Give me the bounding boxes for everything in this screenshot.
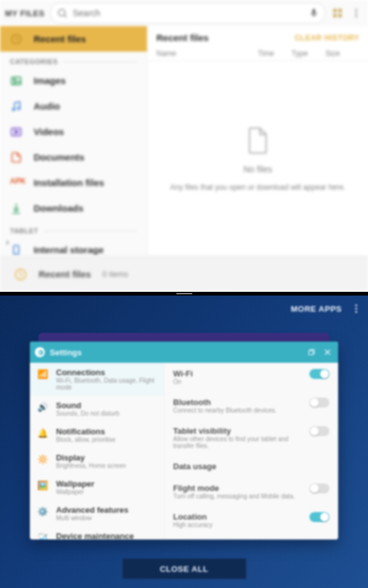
image-icon: [10, 75, 22, 87]
close-all-button[interactable]: CLOSE ALL: [122, 558, 247, 579]
settings-left-item[interactable]: 📶ConnectionsWi-Fi, Bluetooth, Data usage…: [30, 363, 164, 396]
svg-point-8: [356, 12, 357, 14]
sidebar-item-audio[interactable]: Audio: [0, 93, 147, 119]
toggle-switch[interactable]: [309, 369, 329, 379]
svg-rect-2: [313, 16, 314, 17]
search-input[interactable]: [73, 8, 304, 18]
toggle-switch[interactable]: [309, 483, 329, 493]
svg-point-9: [356, 16, 357, 17]
more-icon[interactable]: [351, 303, 362, 314]
settings-left-item[interactable]: 🖼️WallpaperWallpaper: [30, 474, 164, 500]
sidebar-item-images[interactable]: Images: [0, 68, 147, 93]
empty-file-icon: [245, 126, 270, 156]
search-input-wrap[interactable]: [50, 2, 326, 24]
clear-history-button[interactable]: CLEAR HISTORY: [295, 34, 359, 42]
svg-rect-5: [333, 14, 336, 17]
recents-card-settings[interactable]: Settings 📶ConnectionsWi-Fi, Bluetooth, D…: [30, 342, 338, 539]
app-title: MY FILES: [5, 9, 45, 18]
sidebar-group-categories: CATEGORIES: [0, 52, 147, 68]
settings-item-icon: 📶: [37, 369, 49, 380]
settings-right-item[interactable]: BluetoothConnect to nearby Bluetooth dev…: [164, 391, 338, 420]
sidebar-item-label: Recent files: [34, 34, 86, 44]
content-title: Recent files: [156, 32, 209, 43]
settings-left-item[interactable]: ⚙️Advanced featuresMulti window: [30, 500, 164, 526]
sidebar-item-videos[interactable]: Videos: [0, 119, 147, 144]
sidebar-item-recent[interactable]: Recent files: [0, 26, 147, 52]
sidebar-item-installation[interactable]: APK Installation files: [0, 170, 147, 195]
settings-left-item[interactable]: 🔊SoundSounds, Do not disturb: [30, 396, 164, 422]
settings-item-icon: ⚙️: [37, 506, 49, 518]
toggle-switch[interactable]: [309, 512, 329, 522]
sidebar-item-label: Downloads: [34, 203, 83, 213]
settings-item-icon: 🔆: [37, 454, 49, 465]
svg-point-0: [59, 9, 65, 16]
sidebar: Recent files CATEGORIES Images Audio Vid…: [0, 26, 148, 256]
clock-icon: [14, 268, 27, 281]
settings-item-icon: 🔔: [37, 428, 49, 439]
svg-point-21: [356, 304, 357, 306]
svg-marker-16: [15, 130, 18, 133]
settings-item-icon: 🩺: [37, 533, 49, 539]
download-icon: [10, 202, 22, 215]
toggle-switch[interactable]: [309, 426, 329, 436]
settings-right-item[interactable]: Flight modeTurn off calling, messaging a…: [164, 477, 338, 506]
settings-window-title: Settings: [50, 348, 301, 357]
settings-right-item[interactable]: Tablet visibilityAllow other devices to …: [164, 420, 338, 455]
sidebar-item-label: Internal storage: [34, 245, 104, 255]
settings-left-item[interactable]: 🔔NotificationsBlock, allow, prioritise: [30, 422, 164, 448]
sidebar-group-tablet: TABLET: [0, 221, 147, 237]
status-count: 0 items: [102, 269, 128, 279]
sidebar-item-label: Images: [34, 75, 66, 86]
svg-point-7: [356, 9, 357, 11]
empty-hint: Any files that you open or download will…: [170, 183, 346, 192]
grid-view-icon[interactable]: [331, 6, 344, 20]
settings-item-icon: 🖼️: [37, 480, 49, 492]
settings-item-icon: 🔊: [37, 402, 49, 413]
svg-rect-6: [339, 14, 342, 17]
close-icon[interactable]: [322, 347, 333, 358]
audio-icon: [10, 100, 22, 113]
document-icon: [10, 151, 22, 164]
status-title: Recent files: [39, 269, 91, 279]
more-apps-button[interactable]: MORE APPS: [291, 304, 342, 314]
sidebar-item-downloads[interactable]: Downloads: [0, 195, 147, 221]
settings-right-item[interactable]: Data usage: [164, 455, 338, 477]
search-icon: [57, 7, 68, 19]
sidebar-item-label: Videos: [34, 126, 64, 137]
video-icon: [10, 126, 22, 138]
more-icon[interactable]: [349, 6, 363, 20]
toggle-switch[interactable]: [309, 398, 329, 408]
svg-line-1: [64, 15, 66, 17]
apk-icon: APK: [10, 177, 22, 189]
settings-right-item[interactable]: LocationHigh accuracy: [164, 506, 338, 534]
svg-point-14: [18, 107, 20, 109]
clock-icon: [10, 33, 22, 45]
sidebar-item-label: Installation files: [34, 177, 104, 188]
sidebar-item-label: Documents: [34, 152, 85, 162]
settings-left-item[interactable]: 🩺Device maintenanceBattery, Storage, Mem…: [30, 526, 164, 539]
svg-point-12: [14, 78, 16, 80]
svg-rect-4: [339, 9, 342, 12]
tablet-icon: [10, 244, 22, 256]
mic-icon[interactable]: [309, 8, 319, 18]
column-headers: NameTimeTypeSize: [148, 47, 368, 61]
chevron-right-icon[interactable]: [4, 239, 11, 246]
settings-right-item[interactable]: Wi-FiOn: [164, 363, 338, 391]
svg-rect-3: [333, 9, 336, 12]
empty-title: No files: [243, 164, 273, 174]
settings-right-item[interactable]: More connection settings: [164, 534, 338, 539]
settings-left-item[interactable]: 🔆DisplayBrightness, Home screen: [30, 448, 164, 474]
window-restore-icon[interactable]: [306, 347, 317, 358]
gear-icon: [35, 347, 45, 357]
svg-point-23: [356, 311, 357, 313]
sidebar-item-label: Audio: [34, 101, 60, 111]
sidebar-item-documents[interactable]: Documents: [0, 144, 147, 170]
svg-point-13: [12, 108, 14, 110]
svg-point-22: [356, 308, 357, 310]
svg-rect-24: [309, 351, 313, 355]
